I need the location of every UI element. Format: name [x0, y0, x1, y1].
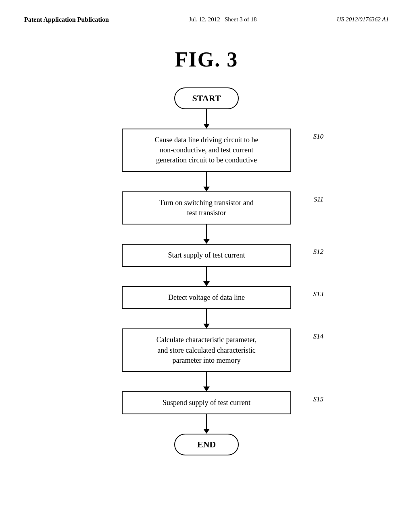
step-row-0: Cause data line driving circuit to be no…	[122, 129, 291, 172]
arrow-head	[203, 124, 210, 129]
arrow-line	[206, 372, 207, 387]
end-row: END	[174, 434, 239, 455]
arrow-2	[203, 224, 210, 244]
arrow-head	[203, 324, 210, 328]
step-label-s10: S10	[313, 133, 324, 141]
arrow-line	[206, 267, 207, 281]
arrow-head	[203, 187, 210, 191]
arrow-head	[203, 239, 210, 244]
step-box-s10: Cause data line driving circuit to be no…	[122, 129, 291, 172]
step-label-s11: S11	[314, 195, 323, 204]
arrow-5	[203, 372, 210, 391]
arrow-head	[203, 429, 210, 434]
flowchart: START Cause data line driving circuit to…	[0, 87, 413, 455]
step-box-s13: Detect voltage of data line	[122, 286, 291, 309]
sheet-info: Sheet 3 of 18	[225, 16, 257, 23]
arrow-line	[206, 414, 207, 429]
figure-title: FIG. 3	[0, 48, 413, 71]
step-label-s14: S14	[313, 332, 324, 341]
arrow-line	[206, 224, 207, 239]
arrow-line	[206, 109, 207, 124]
step-label-s13: S13	[313, 290, 324, 298]
arrow-1	[203, 172, 210, 191]
step-row-1: Turn on switching transistor and test tr…	[122, 191, 291, 224]
arrow-head	[203, 387, 210, 391]
arrow-0	[203, 109, 210, 129]
step-row-4: Calculate characteristic parameter, and …	[122, 328, 291, 372]
step-label-s15: S15	[313, 395, 324, 403]
step-box-s12: Start supply of test current	[122, 244, 291, 267]
start-row: START	[174, 87, 239, 109]
step-box-s11: Turn on switching transistor and test tr…	[122, 191, 291, 224]
patent-number: US 2012/0176362 A1	[337, 16, 389, 23]
page-header: Patent Application Publication Jul. 12, …	[0, 0, 413, 23]
step-row-3: Detect voltage of data line S13	[122, 286, 291, 309]
step-row-2: Start supply of test current S12	[122, 244, 291, 267]
arrow-3	[203, 267, 210, 286]
header-center: Jul. 12, 2012 Sheet 3 of 18	[189, 16, 257, 23]
step-label-s12: S12	[313, 248, 324, 256]
publication-date: Jul. 12, 2012	[189, 16, 220, 23]
arrow-line	[206, 172, 207, 187]
arrow-line	[206, 309, 207, 324]
arrow-end	[203, 414, 210, 434]
end-node: END	[174, 434, 239, 455]
step-row-5: Suspend supply of test current S15	[122, 391, 291, 414]
arrow-4	[203, 309, 210, 328]
step-box-s14: Calculate characteristic parameter, and …	[122, 328, 291, 372]
arrow-head	[203, 281, 210, 286]
start-node: START	[174, 87, 239, 109]
step-box-s15: Suspend supply of test current	[122, 391, 291, 414]
publication-label: Patent Application Publication	[24, 16, 109, 23]
